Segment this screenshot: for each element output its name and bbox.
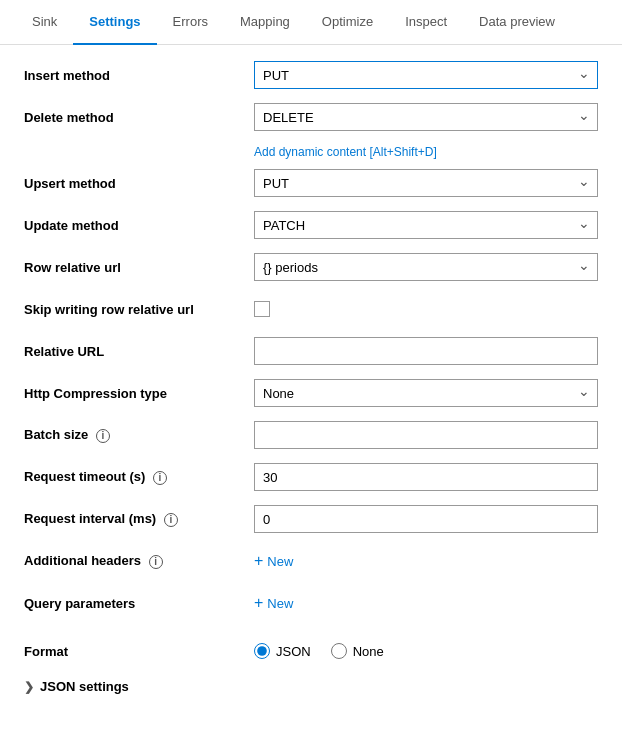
dynamic-content-link[interactable]: Add dynamic content [Alt+Shift+D] [254,145,598,159]
format-json-radio[interactable] [254,643,270,659]
skip-writing-label: Skip writing row relative url [24,302,254,317]
format-none-label: None [353,644,384,659]
tab-optimize[interactable]: Optimize [306,0,389,45]
relative-url-row: Relative URL [24,337,598,365]
update-method-select-wrapper: PATCH PUT POST [254,211,598,239]
skip-writing-row: Skip writing row relative url [24,295,598,323]
update-method-label: Update method [24,218,254,233]
format-control: JSON None [254,643,598,659]
upsert-method-control: PUT POST PATCH [254,169,598,197]
row-relative-url-row: Row relative url {} periods [24,253,598,281]
upsert-method-row: Upsert method PUT POST PATCH [24,169,598,197]
query-parameters-row: Query parameters + New [24,589,598,617]
request-timeout-input[interactable] [254,463,598,491]
tab-data-preview[interactable]: Data preview [463,0,571,45]
skip-writing-control [254,301,598,317]
relative-url-label: Relative URL [24,344,254,359]
request-timeout-info-icon[interactable]: i [153,471,167,485]
skip-writing-checkbox[interactable] [254,301,270,317]
http-compression-row: Http Compression type None GZip Deflate [24,379,598,407]
query-parameters-new-button[interactable]: + New [254,594,293,612]
settings-content: Insert method PUT POST PATCH Delete meth… [0,45,622,710]
http-compression-select[interactable]: None GZip Deflate [254,379,598,407]
upsert-method-select[interactable]: PUT POST PATCH [254,169,598,197]
tab-mapping[interactable]: Mapping [224,0,306,45]
batch-size-row: Batch size i [24,421,598,449]
row-relative-url-control: {} periods [254,253,598,281]
additional-headers-new-button[interactable]: + New [254,552,293,570]
batch-size-control [254,421,598,449]
insert-method-select[interactable]: PUT POST PATCH [254,61,598,89]
request-interval-input[interactable] [254,505,598,533]
request-timeout-row: Request timeout (s) i [24,463,598,491]
http-compression-control: None GZip Deflate [254,379,598,407]
request-interval-label: Request interval (ms) i [24,511,254,527]
request-interval-row: Request interval (ms) i [24,505,598,533]
delete-method-label: Delete method [24,110,254,125]
http-compression-label: Http Compression type [24,386,254,401]
row-relative-url-select[interactable]: {} periods [254,253,598,281]
update-method-row: Update method PATCH PUT POST [24,211,598,239]
insert-method-label: Insert method [24,68,254,83]
insert-method-control: PUT POST PATCH [254,61,598,89]
tab-errors[interactable]: Errors [157,0,224,45]
update-method-select[interactable]: PATCH PUT POST [254,211,598,239]
update-method-control: PATCH PUT POST [254,211,598,239]
format-json-option[interactable]: JSON [254,643,311,659]
query-parameters-plus-icon: + [254,594,263,612]
json-settings-label: JSON settings [40,679,129,694]
request-interval-info-icon[interactable]: i [164,513,178,527]
format-row: Format JSON None [24,637,598,665]
insert-method-select-wrapper: PUT POST PATCH [254,61,598,89]
json-settings-collapsible[interactable]: ❯ JSON settings [24,679,598,694]
batch-size-label: Batch size i [24,427,254,443]
format-json-label: JSON [276,644,311,659]
upsert-method-select-wrapper: PUT POST PATCH [254,169,598,197]
row-relative-url-label: Row relative url [24,260,254,275]
additional-headers-plus-icon: + [254,552,263,570]
upsert-method-label: Upsert method [24,176,254,191]
tab-settings[interactable]: Settings [73,0,156,45]
delete-method-control: DELETE PUT POST [254,103,598,131]
row-relative-url-select-wrapper: {} periods [254,253,598,281]
delete-method-select-wrapper: DELETE PUT POST [254,103,598,131]
tab-bar: Sink Settings Errors Mapping Optimize In… [0,0,622,45]
additional-headers-row: Additional headers i + New [24,547,598,575]
relative-url-control [254,337,598,365]
format-label: Format [24,644,254,659]
batch-size-input[interactable] [254,421,598,449]
insert-method-row: Insert method PUT POST PATCH [24,61,598,89]
format-none-radio[interactable] [331,643,347,659]
delete-method-select[interactable]: DELETE PUT POST [254,103,598,131]
additional-headers-control: + New [254,552,598,570]
query-parameters-label: Query parameters [24,596,254,611]
additional-headers-label: Additional headers i [24,553,254,569]
json-settings-chevron-icon: ❯ [24,680,34,694]
batch-size-info-icon[interactable]: i [96,429,110,443]
additional-headers-info-icon[interactable]: i [149,555,163,569]
tab-inspect[interactable]: Inspect [389,0,463,45]
tab-sink[interactable]: Sink [16,0,73,45]
relative-url-input[interactable] [254,337,598,365]
query-parameters-control: + New [254,594,598,612]
delete-method-row: Delete method DELETE PUT POST [24,103,598,131]
request-timeout-control [254,463,598,491]
request-interval-control [254,505,598,533]
request-timeout-label: Request timeout (s) i [24,469,254,485]
http-compression-select-wrapper: None GZip Deflate [254,379,598,407]
format-none-option[interactable]: None [331,643,384,659]
